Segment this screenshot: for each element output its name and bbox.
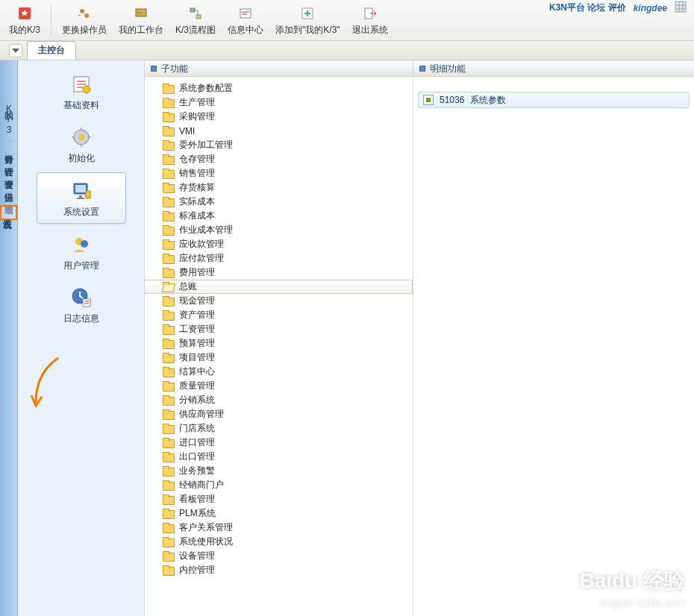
tb-myk3[interactable]: 我的K/3 xyxy=(4,3,45,38)
square-icon xyxy=(419,66,425,72)
folder-icon xyxy=(163,140,175,151)
tree-item[interactable]: 业务预警 xyxy=(145,464,413,478)
tree-item[interactable]: 标准成本 xyxy=(145,209,413,223)
tb-info[interactable]: 信息中心 xyxy=(223,3,268,38)
tree-item[interactable]: 系统参数配置 xyxy=(145,81,413,95)
tree-item[interactable]: 生产管理 xyxy=(145,95,413,110)
tree-item-label: 预算管理 xyxy=(179,337,215,350)
leftbar-supply[interactable]: 供应链 xyxy=(0,180,17,192)
tree-item[interactable]: 总账 xyxy=(145,280,413,294)
k3n-link[interactable]: K3N平台 论坛 评价 xyxy=(549,1,626,14)
tree-item-label: 存货核算 xyxy=(179,181,215,194)
folder-icon xyxy=(163,381,175,392)
tree-item[interactable]: 应付款管理 xyxy=(145,251,413,265)
tree-item[interactable]: 分销系统 xyxy=(145,393,413,407)
midnav-log[interactable]: 日志信息 xyxy=(37,280,126,330)
leftbar-mgmt[interactable]: 管理会计 xyxy=(0,154,17,167)
tree-item[interactable]: 经销商门户 xyxy=(145,478,413,492)
folder-icon xyxy=(163,452,175,462)
tree-item[interactable]: 预算管理 xyxy=(145,336,413,351)
svg-point-11 xyxy=(83,86,90,93)
folder-icon xyxy=(163,154,175,165)
svg-rect-4 xyxy=(190,8,195,12)
tree-item-label: 仓存管理 xyxy=(179,153,215,166)
tree-item-label: 出口管理 xyxy=(179,450,215,463)
detail-item[interactable]: 51036系统参数 xyxy=(418,92,690,108)
leftbar: 我的K/3 财务会计 管理会计 资金管理 供应链 成本管理 系统设置 xyxy=(0,60,18,616)
tree-item-label: 总账 xyxy=(179,280,197,293)
folder-icon xyxy=(163,282,175,292)
tree-item[interactable]: 系统使用状况 xyxy=(145,535,413,549)
tree-item-label: 门店系统 xyxy=(179,422,215,435)
detail-list: 51036系统参数 xyxy=(413,77,694,123)
folder-icon xyxy=(163,523,175,533)
folder-icon xyxy=(163,254,175,264)
tree-item[interactable]: 供应商管理 xyxy=(145,407,413,421)
tb-workbench[interactable]: 我的工作台 xyxy=(114,3,168,38)
tab-main-console[interactable]: 主控台 xyxy=(27,41,76,60)
folder-icon xyxy=(163,509,175,519)
folder-icon xyxy=(163,494,175,505)
tabstrip-menu-button[interactable] xyxy=(9,44,22,57)
leftbar-cost[interactable]: 成本管理 xyxy=(0,192,17,205)
detail-header: 明细功能 xyxy=(413,60,694,77)
log-icon xyxy=(69,286,93,309)
tree-item[interactable]: 出口管理 xyxy=(145,450,413,464)
tree-item-label: 系统参数配置 xyxy=(179,82,233,95)
tree-item[interactable]: 销售管理 xyxy=(145,166,413,180)
midnav-system-settings[interactable]: 系统设置 xyxy=(37,172,126,224)
tree-item[interactable]: 质量管理 xyxy=(145,379,413,393)
folder-icon xyxy=(163,126,175,136)
tree-item[interactable]: PLM系统 xyxy=(145,506,413,521)
folder-icon xyxy=(163,551,175,562)
leftbar-system-settings[interactable]: 系统设置 xyxy=(0,205,17,220)
tree-item[interactable]: 采购管理 xyxy=(145,110,413,124)
tree-item[interactable]: 看板管理 xyxy=(145,492,413,506)
tree-item[interactable]: 项目管理 xyxy=(145,351,413,365)
leftbar-myk3[interactable]: 我的K/3 xyxy=(0,98,17,142)
folder-icon xyxy=(163,183,175,193)
tree-item-label: 作业成本管理 xyxy=(179,224,233,236)
tree-item[interactable]: 费用管理 xyxy=(145,265,413,280)
workbench-icon xyxy=(132,4,150,22)
tree-item[interactable]: 内控管理 xyxy=(145,563,413,577)
folder-icon xyxy=(163,466,175,477)
leftbar-finance[interactable]: 财务会计 xyxy=(0,142,17,154)
midnav-usermgmt[interactable]: 用户管理 xyxy=(37,227,126,277)
tb-exit[interactable]: 退出系统 xyxy=(348,3,393,38)
tree-item-label: PLM系统 xyxy=(179,507,216,520)
tree-item[interactable]: 结算中心 xyxy=(145,365,413,379)
tree-item[interactable]: 应收款管理 xyxy=(145,237,413,251)
grid-icon[interactable] xyxy=(675,1,687,15)
tree-item-label: 现金管理 xyxy=(179,295,215,307)
leftbar-fund[interactable]: 资金管理 xyxy=(0,167,17,180)
tree-item[interactable]: 作业成本管理 xyxy=(145,223,413,237)
folder-icon xyxy=(163,296,175,307)
tree-column: 子功能 系统参数配置生产管理采购管理VMI委外加工管理仓存管理销售管理存货核算实… xyxy=(145,60,413,616)
tree-item[interactable]: 资产管理 xyxy=(145,308,413,322)
tree-item[interactable]: VMI xyxy=(145,124,413,138)
tb-add[interactable]: 添加到"我的K/3" xyxy=(271,3,345,38)
midnav-init[interactable]: 初始化 xyxy=(37,119,126,169)
folder-icon xyxy=(163,310,175,321)
tree-item[interactable]: 客户关系管理 xyxy=(145,521,413,535)
folder-icon xyxy=(163,225,175,236)
svg-rect-16 xyxy=(79,195,82,198)
user-swap-icon xyxy=(75,4,93,22)
tree-item[interactable]: 门店系统 xyxy=(145,421,413,436)
svg-point-13 xyxy=(78,134,84,140)
folder-icon xyxy=(163,324,175,335)
tree-item-label: 生产管理 xyxy=(179,96,215,109)
tree-item[interactable]: 仓存管理 xyxy=(145,152,413,166)
tree-item[interactable]: 进口管理 xyxy=(145,436,413,450)
tree-item[interactable]: 工资管理 xyxy=(145,322,413,336)
tree-item[interactable]: 实际成本 xyxy=(145,195,413,209)
tree-item[interactable]: 存货核算 xyxy=(145,180,413,195)
top-right: K3N平台 论坛 评价 kingdee xyxy=(549,1,687,15)
tb-flow[interactable]: K/3流程图 xyxy=(171,3,220,38)
tb-swap[interactable]: 更换操作员 xyxy=(57,3,111,38)
tree-item[interactable]: 委外加工管理 xyxy=(145,138,413,152)
tree-item[interactable]: 设备管理 xyxy=(145,549,413,563)
tree-item[interactable]: 现金管理 xyxy=(145,294,413,308)
midnav-basedata[interactable]: 基础资料 xyxy=(37,66,126,116)
